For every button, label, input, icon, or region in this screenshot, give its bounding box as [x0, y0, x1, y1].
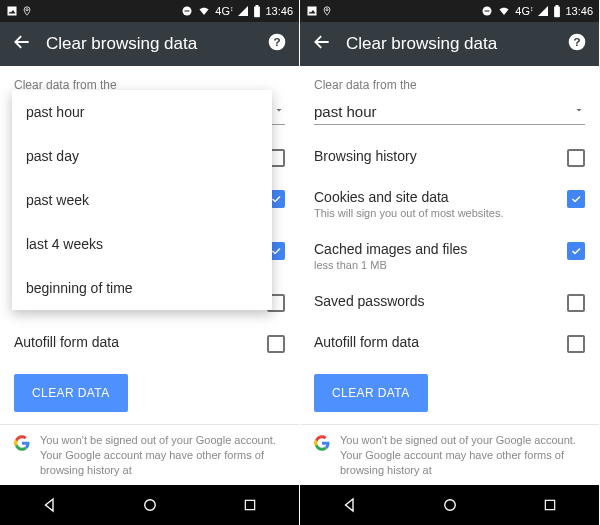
checkbox[interactable] [567, 294, 585, 312]
back-icon[interactable] [312, 32, 332, 56]
help-icon[interactable]: ? [567, 32, 587, 56]
back-icon[interactable] [12, 32, 32, 56]
help-icon[interactable]: ? [267, 32, 287, 56]
option-row[interactable]: Browsing history [314, 137, 585, 178]
nav-back-icon[interactable] [341, 496, 359, 514]
svg-text:?: ? [573, 35, 580, 48]
image-icon [306, 5, 318, 17]
caret-down-icon [273, 102, 285, 120]
option-label: Autofill form data [314, 334, 567, 350]
svg-rect-3 [255, 6, 261, 17]
clear-data-button[interactable]: CLEAR DATA [14, 374, 128, 412]
checkbox[interactable] [267, 335, 285, 353]
svg-text:?: ? [273, 35, 280, 48]
checkbox[interactable] [567, 190, 585, 208]
nav-home-icon[interactable] [141, 496, 159, 514]
checkbox[interactable] [567, 335, 585, 353]
timerange-menu-item[interactable]: last 4 weeks [12, 222, 272, 266]
svg-rect-12 [555, 6, 561, 17]
signal-icon [537, 5, 549, 17]
checkbox[interactable] [567, 149, 585, 167]
dnd-icon [481, 5, 493, 17]
account-note: You won't be signed out of your Google a… [40, 433, 285, 478]
option-label: Autofill form data [14, 334, 267, 350]
svg-rect-13 [556, 5, 559, 7]
battery-icon [253, 5, 261, 18]
google-logo-icon [314, 435, 330, 451]
option-subtext: This will sign you out of most websites. [314, 207, 567, 219]
nav-recent-icon[interactable] [542, 497, 558, 513]
wifi-icon [197, 5, 211, 17]
network-text: 4G↕ [515, 5, 533, 17]
network-text: 4G↕ [215, 5, 233, 17]
option-row[interactable]: Cached images and filesless than 1 MB [314, 230, 585, 282]
timerange-dropdown[interactable]: past hour [314, 100, 585, 125]
timerange-value: past hour [314, 103, 377, 120]
account-note: You won't be signed out of your Google a… [340, 433, 585, 478]
image-icon [6, 5, 18, 17]
clock-text: 13:46 [265, 5, 293, 17]
signal-icon [237, 5, 249, 17]
option-label: Saved passwords [314, 293, 567, 309]
svg-rect-4 [256, 5, 259, 7]
option-subtext: less than 1 MB [314, 259, 567, 271]
nav-home-icon[interactable] [441, 496, 459, 514]
timerange-menu-item[interactable]: past day [12, 134, 272, 178]
svg-point-16 [445, 500, 456, 511]
svg-rect-17 [545, 500, 554, 509]
svg-rect-8 [245, 500, 254, 509]
option-label: Cached images and files [314, 241, 567, 257]
option-label: Browsing history [314, 148, 567, 164]
svg-rect-11 [485, 11, 490, 12]
svg-point-0 [26, 9, 28, 11]
timerange-menu-item[interactable]: beginning of time [12, 266, 272, 310]
location-icon [22, 5, 32, 17]
section-label: Clear data from the [314, 78, 585, 92]
option-row[interactable]: Cookies and site dataThis will sign you … [314, 178, 585, 230]
clock-text: 13:46 [565, 5, 593, 17]
timerange-menu-item[interactable]: past hour [12, 90, 272, 134]
timerange-menu: past hourpast daypast weeklast 4 weeksbe… [12, 90, 272, 310]
option-row[interactable]: Autofill form data [314, 323, 585, 364]
checkbox[interactable] [567, 242, 585, 260]
dnd-icon [181, 5, 193, 17]
caret-down-icon [573, 102, 585, 120]
location-icon [322, 5, 332, 17]
svg-rect-2 [185, 11, 190, 12]
svg-point-9 [326, 9, 328, 11]
option-row[interactable]: Saved passwords [314, 282, 585, 323]
google-logo-icon [14, 435, 30, 451]
svg-point-7 [145, 500, 156, 511]
option-label: Cookies and site data [314, 189, 567, 205]
page-title: Clear browsing data [46, 34, 197, 54]
wifi-icon [497, 5, 511, 17]
battery-icon [553, 5, 561, 18]
timerange-menu-item[interactable]: past week [12, 178, 272, 222]
nav-recent-icon[interactable] [242, 497, 258, 513]
option-row[interactable]: Autofill form data [14, 323, 285, 364]
clear-data-button[interactable]: CLEAR DATA [314, 374, 428, 412]
page-title: Clear browsing data [346, 34, 497, 54]
nav-back-icon[interactable] [41, 496, 59, 514]
